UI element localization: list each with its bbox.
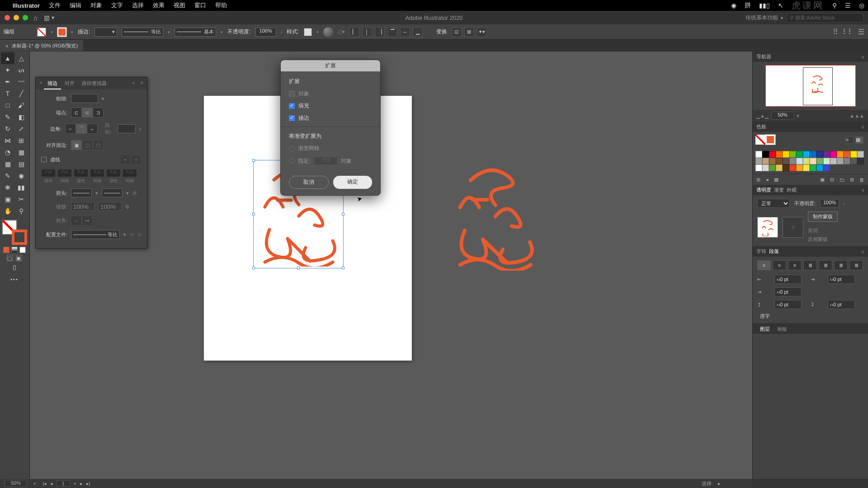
swatch[interactable] — [776, 164, 783, 171]
justify-all-btn[interactable]: ≣ — [849, 260, 863, 270]
ok-button[interactable]: 确定 — [333, 176, 372, 189]
obs-icon[interactable]: ◉ — [731, 2, 736, 9]
swatch[interactable] — [810, 151, 816, 158]
panel-opacity-input[interactable]: 100% — [820, 199, 839, 207]
tab-transparency[interactable]: 透明度 — [756, 187, 771, 193]
space-before-input[interactable]: ‹› 0 pt — [774, 300, 802, 309]
next-artboard-icon[interactable]: ▸ — [80, 481, 83, 487]
join-bevel[interactable]: ⌙ — [87, 124, 98, 134]
pen-tool[interactable]: ✒ — [1, 76, 14, 88]
lasso-tool[interactable]: ᔕ — [14, 64, 28, 76]
align-right-btn[interactable]: ≡ — [788, 260, 802, 270]
folder-icon[interactable]: 🗀 — [840, 177, 844, 183]
dock-icon-1[interactable]: ⠿ — [833, 28, 838, 36]
direct-selection-tool[interactable]: △ — [14, 52, 28, 64]
panel-close-icon[interactable]: × — [38, 78, 44, 89]
swatch[interactable] — [803, 158, 810, 164]
menu-select[interactable]: 选择 — [132, 1, 144, 9]
slice-tool[interactable]: ✂ — [14, 193, 28, 205]
transform-label[interactable]: 变换 — [436, 28, 447, 36]
flip-icon-2[interactable]: ⊘ — [137, 232, 142, 238]
isolate-icon[interactable]: ⊡ — [452, 27, 462, 37]
swatch[interactable] — [850, 158, 857, 164]
eraser-tool[interactable]: ◧ — [14, 111, 28, 123]
line-tool[interactable]: ╱ — [14, 88, 28, 99]
swatch[interactable] — [762, 151, 769, 158]
align-hcenter[interactable]: │ — [362, 27, 372, 37]
align-vcenter[interactable]: ─ — [400, 27, 410, 37]
swatch-fill[interactable] — [755, 135, 765, 145]
miter-limit[interactable] — [118, 124, 136, 133]
profile-select[interactable]: 等比 — [122, 28, 163, 37]
artboard-tool[interactable]: ▣ — [1, 193, 14, 205]
graphic-style[interactable] — [304, 28, 312, 36]
menu-view[interactable]: 视图 — [174, 1, 185, 9]
swatch[interactable] — [830, 158, 837, 164]
stroke-weight-field[interactable] — [71, 94, 98, 103]
arrow-align-1[interactable]: → — [71, 216, 82, 225]
swatch[interactable] — [816, 151, 823, 158]
first-artboard-icon[interactable]: |◂ — [42, 481, 47, 487]
menu-file[interactable]: 文件 — [49, 1, 61, 9]
link-scale-icon[interactable]: ⊘ — [125, 204, 129, 210]
swatch[interactable] — [783, 151, 789, 158]
screen-mode-normal[interactable]: ▢ — [7, 255, 13, 261]
blend-mode-select[interactable]: 正常 — [757, 199, 790, 208]
hand-tool[interactable]: ✋ — [1, 205, 14, 217]
width-tool[interactable]: ⋈ — [1, 135, 14, 146]
space-after-input[interactable]: ‹› 0 pt — [828, 300, 855, 309]
swatch[interactable] — [810, 158, 816, 164]
cap-butt[interactable]: ⊏ — [71, 108, 82, 117]
input-icon[interactable]: 拼 — [745, 1, 751, 9]
handle[interactable] — [342, 267, 344, 269]
swatch[interactable] — [769, 158, 776, 164]
menu-type[interactable]: 文字 — [111, 1, 123, 9]
swatch[interactable] — [789, 158, 796, 164]
blend-tool[interactable]: ◉ — [14, 170, 28, 182]
arrow-end[interactable] — [102, 188, 123, 197]
close-tab-icon[interactable]: × — [5, 43, 8, 49]
properties-icon[interactable]: ✦▾ — [477, 27, 487, 37]
swatch[interactable] — [810, 164, 816, 171]
swatch[interactable] — [796, 164, 803, 171]
menu-help[interactable]: 帮助 — [215, 1, 227, 9]
swatch[interactable] — [783, 164, 789, 171]
panel-collapse-icon[interactable]: « — [128, 78, 138, 89]
swatch[interactable] — [755, 164, 762, 171]
expand-stroke-checkbox[interactable] — [289, 115, 295, 121]
panel-menu-icon[interactable]: ☰ — [858, 28, 864, 36]
gradient-tool[interactable]: ▤ — [14, 158, 28, 170]
panel-menu-icon[interactable]: ≡ — [862, 249, 864, 254]
recolor-artwork-icon[interactable] — [323, 27, 333, 37]
app-menu[interactable]: Illustrator — [13, 2, 40, 9]
swatch-stroke[interactable] — [765, 135, 775, 145]
swatch[interactable] — [823, 158, 830, 164]
brush-select[interactable]: 基本 — [175, 28, 216, 37]
expand-fill-checkbox[interactable] — [289, 103, 295, 109]
swatch[interactable] — [837, 158, 844, 164]
spotlight-icon[interactable]: ⚲ — [832, 2, 837, 9]
workspace-switcher[interactable]: 传统基本功能 ▾ — [745, 14, 783, 22]
swatch[interactable] — [769, 151, 776, 158]
opacity-input[interactable]: 100% — [255, 28, 276, 37]
stroke-swatch[interactable] — [57, 28, 66, 37]
maximize-window[interactable] — [23, 15, 28, 20]
last-artboard-icon[interactable]: ▸| — [86, 481, 90, 487]
magic-wand-tool[interactable]: ✦ — [1, 64, 14, 76]
arrow-align-2[interactable]: ↦ — [82, 216, 93, 225]
handle[interactable] — [252, 159, 255, 162]
control-center-icon[interactable]: ☰ — [845, 2, 851, 9]
new-swatch-icon[interactable]: ⊞ — [850, 177, 854, 183]
type-tool[interactable]: T — [1, 88, 14, 99]
dash-align[interactable]: ┉ — [131, 155, 142, 164]
handle[interactable] — [297, 267, 300, 269]
align-left[interactable]: ▏ — [349, 27, 359, 37]
edit-toolbar[interactable]: ▯ — [1, 261, 28, 273]
swatch[interactable] — [783, 158, 789, 164]
left-indent-input[interactable]: ‹› 0 pt — [774, 275, 802, 284]
prev-artboard-icon[interactable]: ◂ — [50, 481, 53, 487]
justify-center-btn[interactable]: ≣ — [819, 260, 832, 270]
curvature-tool[interactable]: 〰 — [14, 76, 28, 88]
tab-align[interactable]: 对齐 — [61, 78, 78, 89]
menu-object[interactable]: 对象 — [90, 1, 102, 9]
